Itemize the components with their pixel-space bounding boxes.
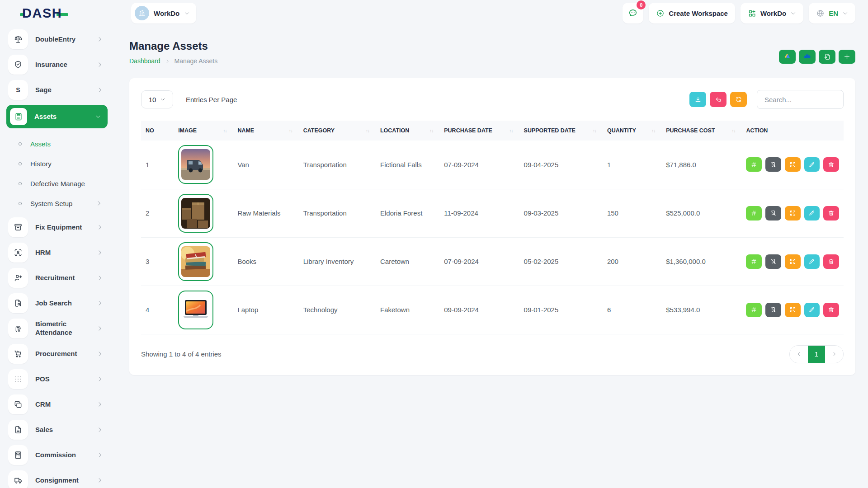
edit-button[interactable] [804,157,820,172]
onedrive-button[interactable] [799,50,816,64]
sidebar-item-job-search[interactable]: Job Search [7,293,107,314]
sidebar-item-sales[interactable]: Sales [7,419,107,440]
chevron-right-icon [97,61,103,68]
chevron-right-icon [97,452,103,458]
workdo-apps-menu[interactable]: WorkDo [741,3,803,23]
next-page-button[interactable] [825,346,843,363]
chevron-left-icon [796,351,802,357]
chevron-down-icon [184,10,190,16]
label-off-button[interactable] [765,303,781,317]
create-workspace-button[interactable]: Create Workspace [649,3,735,23]
barcode-button[interactable] [746,303,762,317]
hash-icon [750,258,757,265]
globe-icon [816,9,825,18]
label-off-button[interactable] [765,206,781,221]
copy-icon [8,394,28,414]
chevron-right-icon [96,200,102,206]
sort-icon[interactable]: ↑↓ [593,128,598,133]
app-logo[interactable]: DASH [0,7,113,20]
sort-icon[interactable]: ↑↓ [429,128,435,133]
hash-icon [750,306,757,313]
sidebar-item-crm[interactable]: CRM [7,394,107,415]
building-icon [138,9,146,17]
chevron-right-icon [165,59,170,64]
delete-button[interactable] [823,303,839,317]
sort-icon[interactable]: ↑↓ [289,128,294,133]
page-title: Manage Assets [129,40,217,52]
sidebar-item-doubleentry[interactable]: DoubleEntry [7,29,107,50]
create-workspace-label: Create Workspace [669,9,728,17]
sidebar-item-assets[interactable]: Assets [6,105,108,128]
sidebar-item-insurance[interactable]: Insurance [7,54,107,75]
label-off-button[interactable] [765,157,781,172]
sidebar-item-consignment[interactable]: Consignment [7,470,107,488]
edit-button[interactable] [804,206,820,221]
edit-button[interactable] [804,254,820,269]
barcode-button[interactable] [746,206,762,221]
sidebar-item-pos[interactable]: POS [7,369,107,389]
language-selector[interactable]: EN [809,3,855,23]
sort-icon[interactable]: ↑↓ [366,128,371,133]
trash-icon [828,306,835,313]
delete-button[interactable] [823,254,839,269]
shield-check-icon [8,55,28,75]
expand-button[interactable] [785,254,801,269]
download-button[interactable] [689,92,706,107]
table-row: 3 [141,237,844,286]
messages-button[interactable]: 0 [623,3,643,23]
refresh-button[interactable] [730,92,747,107]
delete-button[interactable] [823,206,839,221]
edit-button[interactable] [804,303,820,317]
add-asset-button[interactable] [839,50,855,64]
google-drive-button[interactable] [779,50,796,64]
arrows-maximize-icon [789,161,796,168]
asset-image-books[interactable] [178,242,213,281]
sort-icon[interactable]: ↑↓ [509,128,515,133]
search-input[interactable] [757,90,844,109]
expand-button[interactable] [785,206,801,221]
logo-text: DASH [22,7,62,20]
expand-button[interactable] [785,157,801,172]
header-actions: 0 Create Workspace WorkDo EN [623,3,868,23]
row-actions [746,157,839,172]
sidebar-item-biometric-attendance[interactable]: Biometric Attendance [7,318,107,339]
reset-button[interactable] [710,92,726,107]
document-icon [8,420,28,440]
sidebar-subitem-system-setup[interactable]: System Setup [14,193,107,213]
delete-button[interactable] [823,157,839,172]
cardboard-boxes-photo [181,198,210,229]
sort-icon[interactable]: ↑↓ [731,128,737,133]
calculator-icon [10,108,27,125]
barcode-button[interactable] [746,157,762,172]
label-off-button[interactable] [765,254,781,269]
asset-image-raw-materials[interactable] [178,194,213,233]
sidebar-subitem-assets[interactable]: Assets [14,134,107,154]
expand-button[interactable] [785,303,801,317]
sidebar-item-recruitment[interactable]: Recruitment [7,267,107,288]
archive-box-icon [8,217,28,237]
google-drive-icon [783,53,791,61]
asset-image-laptop[interactable] [178,291,213,329]
sidebar-subitem-defective-manage[interactable]: Defective Manage [14,174,107,193]
barcode-button[interactable] [746,254,762,269]
entries-per-page-select[interactable]: 10 [141,90,173,108]
scan-person-icon [8,243,28,263]
sidebar-item-procurement[interactable]: Procurement [7,343,107,364]
sort-icon[interactable]: ↑↓ [223,128,228,133]
sidebar-item-fix-equipment[interactable]: Fix Equipment [7,217,107,238]
sort-icon[interactable]: ↑↓ [651,128,657,133]
messages-badge: 0 [637,0,646,9]
truck-icon [8,470,28,488]
sidebar-subitem-history[interactable]: History [14,154,107,174]
sidebar-item-sage[interactable]: Sage [7,80,107,100]
previous-page-button[interactable] [790,346,808,363]
column-purchase-cost: PURCHASE COST↑↓ [661,121,741,141]
sidebar-item-commission[interactable]: Commission [7,445,107,465]
trash-icon [828,161,835,168]
breadcrumb-dashboard-link[interactable]: Dashboard [129,57,160,65]
sidebar-item-hrm[interactable]: HRM [7,242,107,263]
export-file-button[interactable] [819,50,835,64]
asset-image-van[interactable] [178,145,213,184]
workspace-selector[interactable]: WorkDo [131,3,196,23]
workspace-name: WorkDo [154,9,179,17]
